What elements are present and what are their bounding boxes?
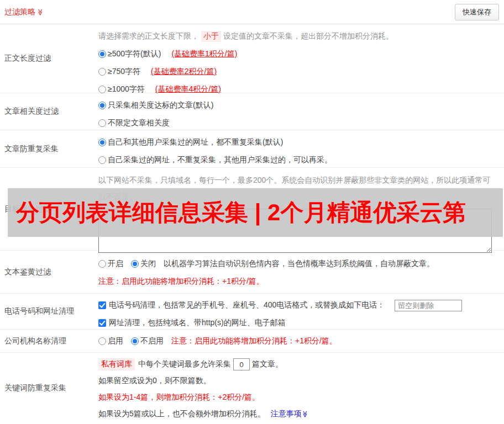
page-title-text: 过滤策略 — [4, 7, 35, 17]
private-lexicon-tag: 私有词库 — [98, 358, 135, 370]
radio-option-global-dedup[interactable]: 自己和其他用户采集过的网址，都不重复采集(默认) — [98, 137, 283, 147]
radio-icon[interactable] — [98, 119, 106, 127]
radio-icon[interactable] — [98, 50, 106, 58]
keyword-dedup-line2: 如果留空或设为0，则不限篇数。 — [98, 373, 498, 389]
company-clean-note: 注意：启用此功能将增加积分消耗：+1积分/篇。 — [171, 336, 337, 346]
keyword-dedup-line3: 如果设为1-4篇，则增加积分消耗：+2积分/篇。 — [98, 389, 498, 406]
filter-strategy-page: 过滤策略 ≫ 快速保存 正文长度过滤 请选择需求的正文长度下限， 小于 设定值的… — [0, 0, 504, 424]
radio-icon[interactable] — [98, 337, 106, 345]
radio-icon[interactable] — [98, 86, 106, 93]
row-label: 电话号码和网址清理 — [0, 294, 98, 329]
radio-option-relevant-only[interactable]: 只采集相关度达标的文章(默认) — [98, 100, 213, 110]
radio-icon[interactable] — [131, 260, 139, 268]
max-articles-input[interactable] — [233, 358, 250, 370]
checkbox-phone-clean[interactable]: 电话号码清理，包括常见的手机号、座机号、400电话格式，或替换成如下电话： — [98, 300, 385, 310]
header-bar: 过滤策略 ≫ 快速保存 — [0, 0, 504, 24]
radio-icon[interactable] — [98, 68, 106, 76]
radio-option-disable[interactable]: 不启用 — [131, 336, 164, 346]
fee-note: (基础费率2积分/篇) — [151, 67, 217, 77]
radio-icon[interactable] — [98, 102, 106, 109]
radio-icon[interactable] — [98, 156, 106, 164]
ad-overlay-banner: 分页列表详细信息采集 | 2个月精通优采云第 — [8, 188, 503, 237]
checkbox-checked-icon[interactable] — [98, 319, 106, 327]
row-relevance-filter: 文章相关度过滤 只采集相关度达标的文章(默认) 不限定文章相关度 — [0, 93, 504, 130]
double-chevron-down-icon: ≫ — [302, 411, 308, 418]
checkbox-url-clean[interactable]: 网址清理，包括纯域名、带http(s)的网址、电子邮箱 — [98, 318, 286, 328]
row-porn-filter: 文本鉴黄过滤 开启 关闭 以机器学习算法自动识别色情内容，当色情概率达到系统阈值… — [0, 251, 504, 294]
replacement-phone-input[interactable] — [395, 300, 462, 311]
row-dedup-collection: 文章防重复采集 自己和其他用户采集过的网址，都不重复采集(默认) 自己采集过的网… — [0, 130, 504, 168]
page-title[interactable]: 过滤策略 ≫ — [4, 7, 44, 17]
quick-save-button[interactable]: 快速保存 — [455, 4, 499, 20]
row-company-clean: 公司机构名称清理 启用 不启用 注意：启用此功能将增加积分消耗：+1积分/篇。 — [0, 330, 504, 353]
row-label: 文章相关度过滤 — [0, 93, 98, 130]
row-label: 关键词防重复采集 — [0, 353, 98, 423]
row-label: 文本鉴黄过滤 — [0, 251, 98, 293]
porn-filter-inline-desc: 以机器学习算法自动识别色情内容，当色情概率达到系统阈值，自动屏蔽文章。 — [164, 259, 434, 269]
radio-option-own-dedup[interactable]: 自己采集过的网址，不重复采集，其他用户采集过的，可以再采。 — [98, 155, 332, 165]
radio-icon[interactable] — [98, 139, 106, 146]
row-label: 正文长度过滤 — [0, 24, 98, 93]
radio-icon[interactable] — [98, 260, 106, 268]
less-than-highlight: 小于 — [201, 31, 221, 42]
row-body-length-filter: 正文长度过滤 请选择需求的正文长度下限， 小于 设定值的文章不采集，超出部分不增… — [0, 24, 504, 93]
ad-banner-text: 分页列表详细信息采集 | 2个月精通优采云第 — [16, 197, 466, 228]
porn-filter-note: 注意：启用此功能将增加积分消耗：+1积分/篇。 — [98, 273, 498, 290]
fee-note: (基础费率1积分/篇) — [171, 49, 237, 59]
radio-option-no-limit[interactable]: 不限定文章相关度 — [98, 118, 170, 128]
radio-option-enable[interactable]: 启用 — [98, 336, 123, 346]
radio-option-enable[interactable]: 开启 — [98, 259, 123, 269]
row-label: 文章防重复采集 — [0, 130, 98, 167]
notes-link[interactable]: 注意事项≫ — [271, 409, 309, 419]
double-chevron-down-icon: ≫ — [37, 8, 44, 15]
length-filter-desc: 请选择需求的正文长度下限， 小于 设定值的文章不采集，超出部分不增加积分消耗。 — [98, 28, 498, 45]
radio-option-disable[interactable]: 关闭 — [131, 259, 156, 269]
row-keyword-dedup: 关键词防重复采集 私有词库 中每个关键词最多允许采集 篇文章。 如果留空或设为0… — [0, 353, 504, 423]
radio-icon[interactable] — [131, 337, 139, 345]
row-label: 公司机构名称清理 — [0, 330, 98, 352]
radio-option-750[interactable]: ≥750字符 — [98, 67, 140, 77]
row-phone-url-clean: 电话号码和网址清理 电话号码清理，包括常见的手机号、座机号、400电话格式，或替… — [0, 294, 504, 330]
keyword-dedup-line4: 如果设为5篇或以上，也不会额外增加积分消耗。 — [98, 409, 265, 419]
checkbox-checked-icon[interactable] — [98, 301, 106, 309]
radio-option-500[interactable]: ≥500字符(默认) — [98, 49, 161, 59]
